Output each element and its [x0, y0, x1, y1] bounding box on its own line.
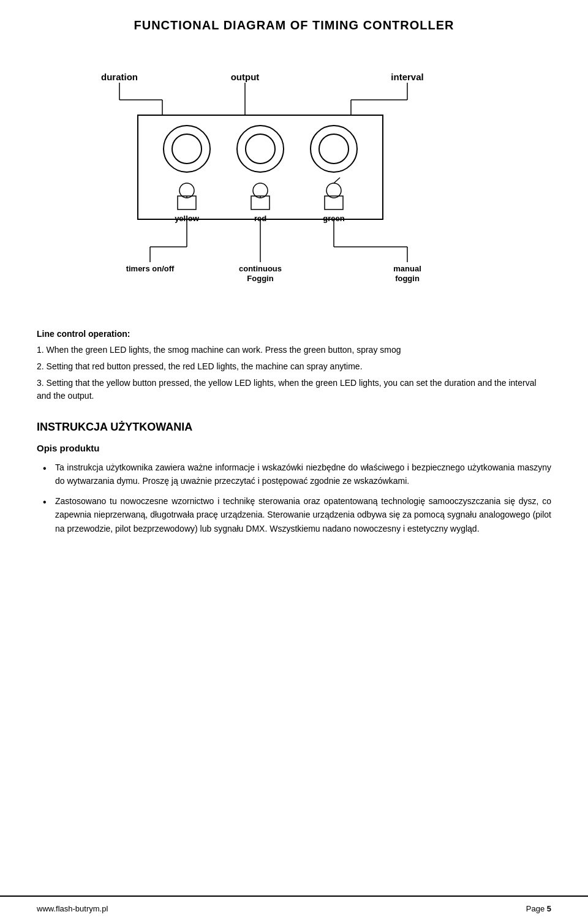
svg-line-26: [334, 178, 340, 183]
line-control-section: Line control operation: 1. When the gree…: [37, 329, 551, 402]
line-control-item-2: 2. Setting that red button pressed, the …: [37, 360, 551, 373]
bullet-list: Ta instrukcja użytkownika zawiera ważne …: [37, 461, 551, 535]
svg-text:foggin: foggin: [395, 274, 420, 283]
line-control-title: Line control operation:: [37, 329, 551, 339]
page-container: FUNCTIONAL DIAGRAM OF TIMING CONTROLLER …: [0, 0, 588, 920]
svg-point-15: [246, 134, 275, 164]
footer-page-number: 5: [547, 904, 551, 913]
svg-point-16: [311, 126, 357, 172]
subsection-heading: Opis produktu: [37, 443, 551, 453]
footer-url: www.flash-butrym.pl: [37, 904, 108, 913]
footer-page: Page 5: [526, 904, 551, 913]
svg-point-12: [164, 126, 210, 172]
line-control-item-1: 1. When the green LED lights, the smog m…: [37, 344, 551, 356]
svg-text:continuous: continuous: [239, 264, 282, 273]
page-footer: www.flash-butrym.pl Page 5: [0, 895, 588, 920]
page-title: FUNCTIONAL DIAGRAM OF TIMING CONTROLLER: [37, 18, 551, 32]
bullet-item-2: Zastosowano tu nowoczesne wzornictwo i t…: [43, 494, 551, 535]
svg-text:interval: interval: [391, 72, 423, 82]
svg-point-17: [319, 134, 349, 164]
svg-point-13: [172, 134, 202, 164]
diagram-svg: duration output interval: [64, 51, 524, 311]
svg-text:duration: duration: [101, 72, 138, 82]
svg-text:output: output: [231, 72, 260, 82]
svg-text:timers on/off: timers on/off: [126, 264, 175, 273]
svg-text:manual: manual: [393, 264, 421, 273]
line-control-item-3: 3. Setting that the yellow button presse…: [37, 377, 551, 402]
diagram-area: duration output interval: [37, 51, 551, 311]
svg-point-14: [237, 126, 284, 172]
svg-rect-11: [138, 115, 383, 219]
svg-text:Foggin: Foggin: [247, 274, 273, 283]
section-heading: INSTRUKCJA UŻYTKOWANIA: [37, 421, 551, 434]
bullet-item-1: Ta instrukcja użytkownika zawiera ważne …: [43, 461, 551, 488]
